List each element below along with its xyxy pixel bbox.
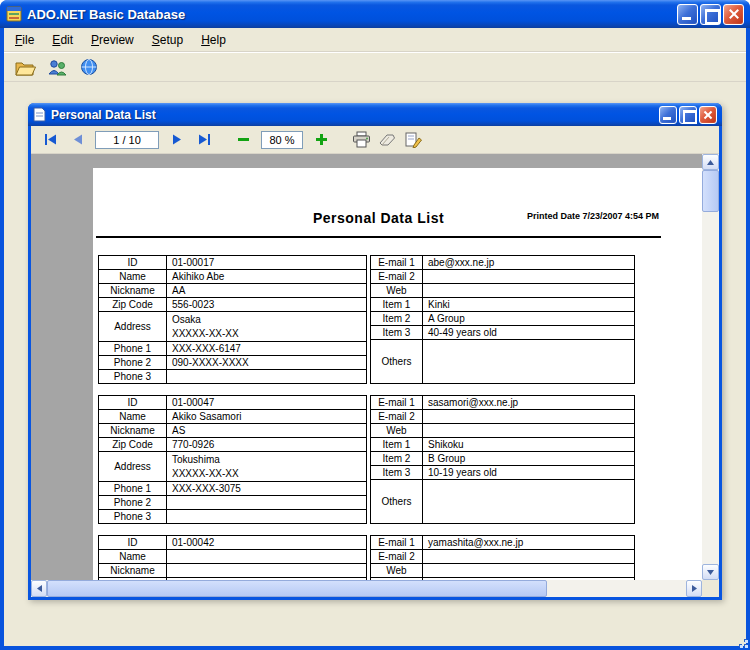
field-value: TokushimaXXXXX-XX-XX	[167, 452, 367, 481]
field-label: Zip Code	[99, 438, 167, 452]
scroll-up-button[interactable]	[702, 154, 719, 170]
zoom-out-button[interactable]	[231, 129, 255, 151]
open-database-button[interactable]	[12, 55, 38, 79]
scroll-right-button[interactable]	[686, 580, 702, 597]
first-page-icon	[44, 134, 59, 145]
page-number-field[interactable]: 1 / 10	[95, 131, 159, 149]
next-page-button[interactable]	[165, 129, 189, 151]
first-page-button[interactable]	[39, 129, 63, 151]
field-label: E-mail 1	[371, 536, 423, 550]
field-value: 556-0023	[167, 298, 367, 312]
field-label: ID	[99, 256, 167, 270]
field-label: Others	[371, 340, 423, 384]
export-button[interactable]	[401, 129, 425, 151]
field-label: Zip Code	[99, 578, 167, 580]
field-label: E-mail 1	[371, 396, 423, 410]
vertical-scroll-thumb[interactable]	[702, 170, 719, 212]
record-block: ID01-00017 NameAkihiko Abe NicknameAA Zi…	[98, 255, 661, 384]
close-button[interactable]	[723, 4, 744, 25]
clear-button[interactable]	[375, 129, 399, 151]
print-button[interactable]	[349, 129, 373, 151]
field-value: 40-49 years old	[423, 326, 635, 340]
preview-close-button[interactable]	[699, 106, 717, 124]
window-body: File Edit Preview Setup Help	[4, 28, 746, 646]
preview-titlebar[interactable]: Personal Data List	[28, 103, 722, 126]
menubar: File Edit Preview Setup Help	[4, 28, 746, 52]
main-toolbar	[4, 52, 746, 82]
record-left-table: ID01-00047 NameAkiko Sasamori NicknameAS…	[98, 395, 367, 524]
resize-grip[interactable]	[735, 635, 748, 648]
field-label: Phone 1	[99, 341, 167, 355]
field-label: Nickname	[99, 564, 167, 578]
address-line1: Osaka	[172, 313, 366, 327]
scroll-left-button[interactable]	[31, 580, 47, 597]
vertical-scrollbar[interactable]	[702, 154, 719, 580]
field-label: Others	[371, 480, 423, 524]
maximize-button[interactable]	[700, 4, 721, 25]
field-value: AS	[167, 424, 367, 438]
field-label: Phone 2	[99, 355, 167, 369]
field-value	[167, 564, 367, 578]
field-value	[423, 578, 635, 581]
preview-report-button[interactable]	[76, 55, 102, 79]
field-label: ID	[99, 396, 167, 410]
main-titlebar-buttons	[677, 4, 744, 25]
menu-edit[interactable]: Edit	[43, 30, 82, 50]
field-value: A Group	[423, 312, 635, 326]
field-value: 01-00017	[167, 256, 367, 270]
scroll-down-button[interactable]	[702, 564, 719, 580]
field-value	[167, 509, 367, 523]
minimize-button[interactable]	[677, 4, 698, 25]
preview-minimize-button[interactable]	[659, 106, 677, 124]
menu-preview-rest: review	[99, 33, 134, 47]
users-icon	[47, 59, 67, 76]
preview-window: Personal Data List	[28, 103, 722, 600]
last-page-button[interactable]	[191, 129, 215, 151]
document-icon	[33, 107, 46, 122]
eraser-icon	[378, 132, 396, 147]
field-label: Item 3	[371, 466, 423, 480]
horizontal-scroll-thumb[interactable]	[47, 580, 547, 597]
menu-file[interactable]: File	[6, 30, 43, 50]
field-label: Name	[99, 550, 167, 564]
arrow-left-icon	[37, 585, 42, 592]
field-label: Phone 3	[99, 369, 167, 383]
record-block: ID01-00042 Name Nickname Zip Code Addres…	[98, 535, 661, 580]
vertical-scroll-track[interactable]	[702, 212, 719, 564]
horizontal-scrollbar[interactable]	[31, 580, 702, 597]
field-label: Item 2	[371, 312, 423, 326]
horizontal-scroll-track[interactable]	[547, 580, 686, 597]
field-label: Item 2	[371, 452, 423, 466]
menu-setup[interactable]: Setup	[143, 30, 192, 50]
main-window: ADO.NET Basic Database File Edit Preview…	[0, 0, 750, 650]
field-value: sasamori@xxx.ne.jp	[423, 396, 635, 410]
zoom-field[interactable]: 80 %	[261, 131, 303, 149]
field-label: ID	[99, 536, 167, 550]
field-value	[167, 369, 367, 383]
preview-titlebar-buttons	[659, 106, 717, 124]
field-label: Phone 1	[99, 481, 167, 495]
address-line2: XXXXX-XX-XX	[172, 327, 366, 341]
prev-page-button[interactable]	[65, 129, 89, 151]
field-label: Phone 2	[99, 495, 167, 509]
record-right-table: E-mail 1abe@xxx.ne.jp E-mail 2 Web Item …	[370, 255, 635, 384]
field-label: E-mail 1	[371, 256, 423, 270]
preview-maximize-button[interactable]	[679, 106, 697, 124]
app-icon	[6, 6, 22, 22]
preview-body: 1 / 10	[31, 126, 719, 597]
printed-date: Printed Date 7/23/2007 4:54 PM	[527, 211, 659, 221]
field-value	[423, 424, 635, 438]
main-titlebar[interactable]: ADO.NET Basic Database	[0, 0, 750, 28]
field-label: Address	[99, 452, 167, 481]
field-value: abe@xxx.ne.jp	[423, 256, 635, 270]
field-value	[423, 340, 635, 384]
zoom-in-button[interactable]	[309, 129, 333, 151]
field-value	[423, 284, 635, 298]
menu-help[interactable]: Help	[192, 30, 235, 50]
menu-preview[interactable]: Preview	[82, 30, 143, 50]
zoom-out-icon	[238, 138, 249, 141]
field-label: Item 1	[371, 298, 423, 312]
field-label: Address	[99, 312, 167, 341]
personal-data-button[interactable]	[44, 55, 70, 79]
field-label: Zip Code	[99, 298, 167, 312]
